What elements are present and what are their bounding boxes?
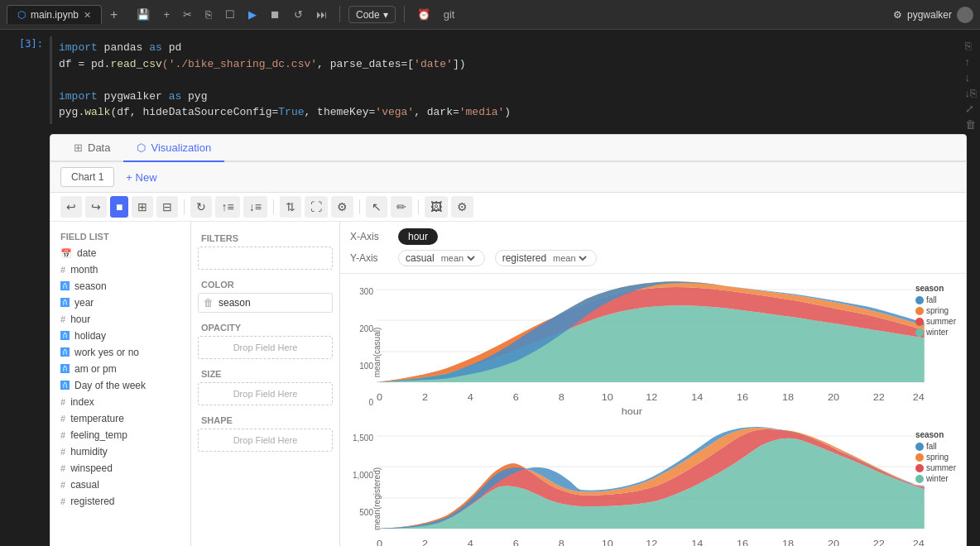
field-index[interactable]: # index bbox=[50, 394, 190, 410]
viz-toolbar: ↩ ↪ ■ ⊞ ⊟ ↻ ↑≡ ↓≡ ⇅ ⛶ ⚙ ↖ ✏ 🖼 ⚙ bbox=[50, 193, 966, 222]
field-humidity[interactable]: # humidity bbox=[50, 443, 190, 460]
cat-icon-year: 🅰 bbox=[60, 298, 70, 308]
run-icon[interactable]: ▶ bbox=[244, 6, 261, 23]
num-icon-feeling-temp: # bbox=[60, 430, 65, 440]
chart-type-button[interactable]: ■ bbox=[110, 196, 128, 218]
y-agg-2-select[interactable]: mean sum count bbox=[550, 252, 589, 264]
top-chart-legend: season fall spring bbox=[915, 284, 956, 337]
copy-output-icon[interactable]: ⎘ bbox=[965, 40, 978, 52]
image-button[interactable]: 🖼 bbox=[425, 196, 448, 218]
fast-forward-icon[interactable]: ⏭ bbox=[312, 6, 331, 23]
bottom-chart-y-label: mean(registered) bbox=[372, 467, 382, 530]
settings-icon[interactable]: ⚙ bbox=[893, 9, 902, 21]
legend-summer-bottom: summer bbox=[915, 463, 956, 472]
paste-icon[interactable]: ☐ bbox=[221, 6, 239, 23]
config-panel: Filters Color 🗑 season Opacity Drop Fiel… bbox=[191, 222, 340, 546]
tab-visualization[interactable]: ⬡ Visualization bbox=[123, 135, 224, 162]
tab-title: main.ipynb bbox=[31, 9, 79, 21]
shape-drop-zone[interactable]: Drop Field Here bbox=[198, 429, 333, 452]
chart1-tab[interactable]: Chart 1 bbox=[60, 167, 114, 187]
stop-icon[interactable]: ⏹ bbox=[266, 6, 285, 23]
y-field-2[interactable]: registered mean sum count bbox=[495, 250, 597, 266]
viz-tab-label: Visualization bbox=[151, 141, 211, 154]
new-chart-button[interactable]: + New bbox=[121, 170, 161, 185]
interact-button[interactable]: ↖ bbox=[366, 196, 387, 218]
user-area: ⚙ pygwalker bbox=[893, 7, 973, 23]
brush-button[interactable]: ✏ bbox=[391, 196, 412, 218]
tab-close-icon[interactable]: ✕ bbox=[84, 10, 91, 21]
svg-text:16: 16 bbox=[737, 540, 748, 546]
field-dayofweek[interactable]: 🅰 Day of the week bbox=[50, 377, 190, 394]
y-field-1-label: casual bbox=[406, 252, 435, 264]
field-year[interactable]: 🅰 year bbox=[50, 295, 190, 311]
user-avatar-icon bbox=[957, 7, 973, 23]
bottom-chart-svg: 0 2 4 6 8 10 12 14 16 18 20 bbox=[377, 427, 959, 546]
sort-desc-button[interactable]: ↓≡ bbox=[243, 196, 267, 218]
bottom-chart-legend: season fall spring bbox=[915, 430, 956, 483]
browser-controls: 💾 + ✂ ⎘ ☐ ▶ ⏹ ↺ ⏭ Code ▾ ⏰ git bbox=[132, 6, 459, 23]
filters-drop-zone[interactable] bbox=[198, 247, 333, 270]
color-title: Color bbox=[198, 275, 333, 293]
y-axis-label: Y-Axis bbox=[350, 252, 392, 264]
save-icon[interactable]: 💾 bbox=[132, 6, 154, 23]
opacity-drop-zone[interactable]: Drop Field Here bbox=[198, 336, 333, 359]
expand-icon[interactable]: ⤢ bbox=[965, 103, 978, 115]
y-field-1[interactable]: casual mean sum count bbox=[398, 250, 485, 266]
restart-icon[interactable]: ↺ bbox=[290, 6, 307, 23]
scroll-down-icon[interactable]: ↓ bbox=[965, 71, 978, 84]
field-holiday-label: holiday bbox=[74, 330, 106, 342]
field-holiday[interactable]: 🅰 holiday bbox=[50, 328, 190, 344]
cell-code[interactable]: import pandas as pd df = pd.read_csv('./… bbox=[50, 36, 962, 124]
legend-fall-color bbox=[915, 296, 924, 304]
field-casual[interactable]: # casual bbox=[50, 477, 190, 493]
legend-title-bottom: season bbox=[915, 430, 956, 439]
svg-text:6: 6 bbox=[513, 394, 519, 403]
copy-icon[interactable]: ⎘ bbox=[201, 6, 216, 23]
undo-button[interactable]: ↩ bbox=[60, 196, 82, 218]
svg-text:14: 14 bbox=[691, 394, 704, 403]
field-month[interactable]: # month bbox=[50, 261, 190, 278]
main-tab[interactable]: ⬡ main.ipynb ✕ bbox=[7, 5, 102, 24]
redo-button[interactable]: ↪ bbox=[85, 196, 107, 218]
field-date[interactable]: 📅 date bbox=[50, 245, 190, 261]
field-winspeed[interactable]: # winspeed bbox=[50, 460, 190, 477]
cat-icon-work: 🅰 bbox=[60, 347, 70, 357]
x-axis-field-pill[interactable]: hour bbox=[398, 228, 438, 245]
y-tick-100: 100 bbox=[359, 362, 373, 371]
field-season[interactable]: 🅰 season bbox=[50, 278, 190, 295]
scroll-up-icon[interactable]: ↑ bbox=[965, 55, 978, 68]
svg-text:24: 24 bbox=[913, 540, 925, 546]
fullscreen-button[interactable]: ⛶ bbox=[305, 196, 328, 218]
field-work[interactable]: 🅰 work yes or no bbox=[50, 344, 190, 361]
user-name: pygwalker bbox=[907, 9, 952, 21]
new-tab-button[interactable]: + bbox=[107, 7, 121, 22]
delete-output-icon[interactable]: 🗑 bbox=[965, 118, 978, 131]
cut-icon[interactable]: ✂ bbox=[179, 6, 196, 23]
color-trash-icon[interactable]: 🗑 bbox=[204, 297, 214, 309]
cell-type-label: Code bbox=[356, 9, 380, 21]
color-field-chip[interactable]: 🗑 season bbox=[198, 293, 333, 313]
num-icon-humidity: # bbox=[60, 447, 65, 457]
layers-button[interactable]: ⊟ bbox=[156, 196, 178, 218]
git-label[interactable]: git bbox=[440, 6, 459, 23]
field-temperature[interactable]: # temperature bbox=[50, 410, 190, 427]
svg-text:24: 24 bbox=[913, 394, 925, 403]
cell-type-dropdown[interactable]: Code ▾ bbox=[348, 6, 396, 23]
download-icon[interactable]: ↓⎘ bbox=[965, 87, 978, 99]
image-settings-button[interactable]: ⚙ bbox=[451, 196, 473, 218]
table-view-button[interactable]: ⊞ bbox=[132, 196, 153, 218]
tab-data[interactable]: ⊞ Data bbox=[60, 135, 123, 162]
add-cell-icon[interactable]: + bbox=[159, 6, 174, 23]
settings-button[interactable]: ⚙ bbox=[331, 196, 353, 218]
field-ampm[interactable]: 🅰 am or pm bbox=[50, 361, 190, 377]
legend-fall-label-b: fall bbox=[926, 442, 937, 451]
size-drop-zone[interactable]: Drop Field Here bbox=[198, 382, 333, 405]
updown-button[interactable]: ⇅ bbox=[280, 196, 301, 218]
refresh-button[interactable]: ↻ bbox=[190, 196, 212, 218]
field-registered[interactable]: # registered bbox=[50, 493, 190, 510]
y-agg-1-select[interactable]: mean sum count bbox=[438, 252, 478, 264]
sort-asc-button[interactable]: ↑≡ bbox=[215, 196, 239, 218]
field-feeling-temp[interactable]: # feeling_temp bbox=[50, 427, 190, 443]
field-hour[interactable]: # hour bbox=[50, 311, 190, 328]
data-tab-label: Data bbox=[88, 141, 110, 154]
